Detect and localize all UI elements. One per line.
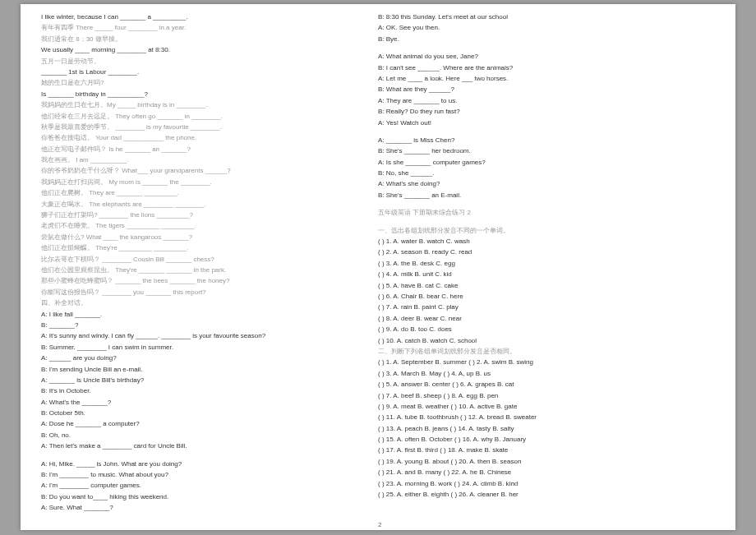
text-line: 他正在写电子邮件吗？ Is he _______ an _______? bbox=[41, 145, 378, 155]
text-line: 她的生日是在六月吗? bbox=[41, 78, 378, 88]
blank-line bbox=[378, 219, 715, 226]
right-column: B: 8:30 this Sunday. Let's meet at our s… bbox=[378, 12, 715, 530]
text-line: A: Yes! Watch out! bbox=[378, 118, 715, 128]
text-line: A: _______ is Uncle Bill's birthday? bbox=[41, 376, 378, 385]
blank-line bbox=[378, 129, 715, 136]
text-line: ( ) 6. A. Chair B. bear C. here bbox=[378, 292, 715, 302]
text-line: B: Oh, no. bbox=[41, 431, 378, 440]
text-line: B: Do you want to____ hiking this weeken… bbox=[41, 492, 378, 502]
text-line: B: Bye. bbox=[378, 35, 715, 44]
text-line: Is _______ birthday in __________? bbox=[41, 90, 378, 99]
text-line: 你能写这份报告吗？ ________ you _______ this repo… bbox=[41, 288, 378, 297]
text-line: 他们正在抓蝴蝶。 They're _________ _________. bbox=[41, 243, 378, 253]
text-line: 五月一日是劳动节。 bbox=[41, 57, 378, 67]
text-line: ( ) 23. A. morning B. work ( ) 24. A. cl… bbox=[378, 479, 715, 489]
text-line: 狮子们正在打架吗? ________ the lions _________? bbox=[41, 210, 378, 220]
text-line: A: Sure. What _______? bbox=[41, 503, 378, 513]
text-line: B: I'm ________ to music. What about you… bbox=[41, 470, 378, 480]
text-line: A: ______ are you doing? bbox=[41, 353, 378, 363]
text-line: ( ) 8. A. deer B. wear C. near bbox=[378, 314, 715, 324]
text-line: 你爸爸在接电话。 Your dad ___________ the phone. bbox=[41, 133, 378, 143]
text-line: ( ) 17. A. first B. third ( ) 18. A. mak… bbox=[378, 445, 715, 455]
text-line: A: _______ is Miss Chen? bbox=[378, 136, 715, 145]
text-line: ( ) 7. A. beef B. sheep ( ) 8. A. egg B.… bbox=[378, 391, 715, 401]
text-line: ( ) 21. A. and B. many ( ) 22. A. he B. … bbox=[378, 468, 715, 477]
text-line: 大象正在喝水。 The elephants are ________ _____… bbox=[41, 200, 378, 210]
text-line: A: It's sunny and windy. I can fly _____… bbox=[41, 331, 378, 341]
text-line: A: Hi, Mike. _____ is John. What are you… bbox=[41, 459, 378, 469]
text-line: 一、选出各组划线部分发音不同的一个单词。 bbox=[378, 226, 715, 236]
text-line: ( ) 5. A. answer B. center ( ) 6. A. gra… bbox=[378, 380, 715, 390]
text-line: B: Summer. ________ I can swim in summer… bbox=[41, 343, 378, 353]
text-line: 我妈妈正在打扫房间。 My mom is _______ the _______… bbox=[41, 178, 378, 187]
text-line: 他们经常在三月去远足。 They often go _______ in ___… bbox=[41, 112, 378, 122]
text-line: A: I'm ________ computer games. bbox=[41, 481, 378, 491]
text-line: 我妈妈的生日在七月。My _____ birthday is in ______… bbox=[41, 100, 378, 110]
text-line: ( ) 1. A. September B. summer ( ) 2. A. … bbox=[378, 357, 715, 367]
text-line: 我在画画。 I am __________. bbox=[41, 155, 378, 165]
text-line: ( ) 3. A. the B. desk C. egg bbox=[378, 259, 715, 269]
text-line: 他们正在爬树。 They are _______ _________. bbox=[41, 188, 378, 198]
text-line: We usually ____ morning ________ at 8:30… bbox=[41, 45, 378, 55]
text-line: ( ) 11. A. tube B. toothbrush ( ) 12. A.… bbox=[378, 413, 715, 422]
text-line: ( ) 25. A. either B. eighth ( ) 26. A. c… bbox=[378, 490, 715, 500]
text-line: B: 8:30 this Sunday. Let's meet at our s… bbox=[378, 12, 715, 22]
text-line: B: I'm sending Uncle Bill an e-mail. bbox=[41, 365, 378, 375]
page-number: 2 bbox=[378, 521, 381, 528]
text-line: ( ) 7. A. rain B. paint C. play bbox=[378, 302, 715, 312]
text-line: 他们在公园里观察昆虫。 They're _______ _______ in t… bbox=[41, 265, 378, 275]
text-line: B: She's _______ her bedroom. bbox=[378, 146, 715, 156]
text-line: _______ 1st is Labour ________. bbox=[41, 67, 378, 77]
text-line: 有年有四季 There _____ four ________ in a yea… bbox=[41, 23, 378, 33]
text-line: ( ) 9. A. do B. too C. does bbox=[378, 325, 715, 334]
text-line: ( ) 5. A. have B. cat C. cake bbox=[378, 281, 715, 291]
text-line: 秋季是我最喜爱的季节。 ________ is my favourtie ___… bbox=[41, 122, 378, 132]
text-line: ( ) 2. A. season B. ready C. read bbox=[378, 247, 715, 257]
text-line: 袋鼠在做什么? What ____ the kangaroos _______? bbox=[41, 233, 378, 242]
text-line: B: Really? Do they run fast? bbox=[378, 107, 715, 117]
text-line: A: Let me ____ a look. Here ___ two hors… bbox=[378, 74, 715, 84]
text-line: 四、补全对话。 bbox=[41, 298, 378, 308]
blank-line bbox=[378, 45, 715, 52]
text-line: A: Is she _______ computer games? bbox=[378, 158, 715, 168]
text-line: 二、判断下列各组单词划线部分发音是否相同。 bbox=[378, 347, 715, 357]
text-line: ( ) 9. A. meat B. weather ( ) 10. A. act… bbox=[378, 402, 715, 412]
text-line: B: She's _______ an E-mail. bbox=[378, 191, 715, 201]
text-line: A: What animal do you see, Jane? bbox=[378, 52, 715, 62]
text-line: B: _______? bbox=[41, 321, 378, 330]
blank-line bbox=[378, 201, 715, 208]
text-line: 比尔表哥在下棋吗？ ________ Cousin Bill _______ c… bbox=[41, 255, 378, 265]
text-line: B: It's in October. bbox=[41, 386, 378, 396]
document-page: I like winter, because I can _______ a _… bbox=[21, 4, 735, 530]
text-line: B: October 5th. bbox=[41, 408, 378, 418]
text-line: ( ) 19. A. young B. about ( ) 20. A. the… bbox=[378, 457, 715, 467]
text-line: B: No, she ______. bbox=[378, 168, 715, 178]
text-line: 那些小蜜蜂在吃蜂蜜吗？ _______ the bees _______ the… bbox=[41, 276, 378, 286]
text-line: ( ) 13. A. peach B. jeans ( ) 14. A. tas… bbox=[378, 424, 715, 434]
text-line: B: I can't see ______. Where are the ani… bbox=[378, 63, 715, 73]
text-line: B: What are they ______? bbox=[378, 85, 715, 95]
text-line: A: What's the _______? bbox=[41, 398, 378, 408]
text-line: ( ) 3. A. March B. May ( ) 4. A, up B. u… bbox=[378, 369, 715, 379]
text-line: ( ) 4. A. milk B. unit C. kid bbox=[378, 270, 715, 279]
text-line: I like winter, because I can _______ a _… bbox=[41, 12, 378, 22]
text-line: A: Then let's make a ________ card for U… bbox=[41, 441, 378, 451]
blank-line bbox=[41, 453, 378, 459]
text-line: 老虎们不在睡觉。 The tigers _________ _________. bbox=[41, 221, 378, 231]
text-line: ( ) 10. A. catch B. watch C. school bbox=[378, 336, 715, 346]
text-line: A: I like fall _______. bbox=[41, 310, 378, 320]
text-line: A: They are _______ to us. bbox=[378, 96, 715, 106]
text-line: 你的爷爷奶奶在干什么呀？ What___ your grandparents _… bbox=[41, 166, 378, 176]
text-line: 五年级英语 下册期末综合练习 2 bbox=[378, 208, 715, 218]
text-line: A: Dose he _______ a computer? bbox=[41, 419, 378, 429]
left-column: I like winter, because I can _______ a _… bbox=[41, 12, 378, 530]
text-line: ( ) 1. A. water B. watch C. wash bbox=[378, 237, 715, 247]
text-line: ( ) 15. A. often B. October ( ) 16. A. w… bbox=[378, 435, 715, 445]
text-line: A: What's she doing? bbox=[378, 179, 715, 189]
text-line: A: OK. See you then. bbox=[378, 23, 715, 33]
text-line: 我们通常在 8：30 做早操。 bbox=[41, 35, 378, 44]
